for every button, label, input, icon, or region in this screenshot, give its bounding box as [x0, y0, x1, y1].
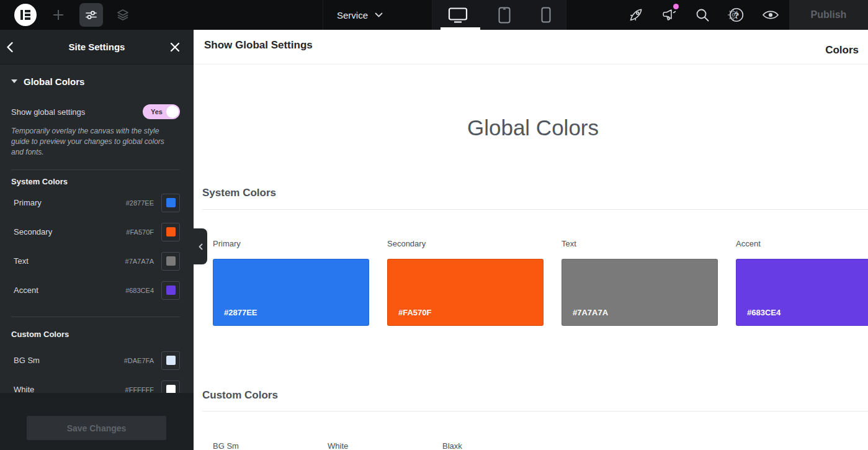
chevron-left-icon: [199, 243, 203, 250]
content-title: Show Global Settings: [204, 39, 313, 52]
system-colors-title: System Colors: [11, 177, 180, 188]
panel-body: Global Colors Show global settings Yes T…: [0, 65, 194, 393]
show-global-settings-toggle[interactable]: Yes: [143, 104, 180, 119]
search-icon[interactable]: [694, 7, 710, 23]
custom-color-card-labels: BG Sm White Blaxk: [213, 441, 557, 450]
notification-dot: [673, 4, 679, 9]
custom-colors-title: Custom Colors: [11, 330, 180, 341]
add-element-icon[interactable]: [51, 8, 66, 22]
card-swatch[interactable]: #683CE4: [736, 259, 868, 326]
top-bar: Service: [0, 0, 868, 30]
color-card-secondary: Secondary #FA570F: [387, 238, 544, 326]
svg-text:?: ?: [734, 11, 739, 20]
custom-colors-section-title: Custom Colors: [202, 389, 278, 402]
color-row-white-clipped: White #FFFFFF: [11, 375, 180, 393]
panel-header: Site Settings: [0, 30, 194, 65]
service-dropdown[interactable]: Service: [337, 0, 383, 30]
color-row-accent: Accent #683CE4: [11, 276, 180, 305]
help-icon[interactable]: ?: [728, 7, 745, 23]
service-label: Service: [337, 10, 368, 20]
color-label: Accent: [14, 286, 38, 295]
card-label: Primary: [213, 238, 369, 250]
collapse-panel-handle[interactable]: [194, 228, 207, 264]
color-swatch-button[interactable]: [161, 223, 180, 241]
color-card-accent: Accent #683CE4: [736, 238, 868, 326]
panel-footer: Save Changes: [0, 393, 194, 450]
close-icon[interactable]: [170, 38, 187, 56]
color-hex: #DAE7FA: [124, 357, 154, 364]
caret-down-icon: [11, 79, 17, 83]
color-swatch: [166, 227, 176, 236]
color-swatch-button[interactable]: [161, 380, 180, 394]
accordion-label: Global Colors: [24, 76, 84, 87]
publish-button[interactable]: Publish: [789, 0, 868, 30]
device-switcher: [432, 0, 566, 30]
card-label: BG Sm: [213, 441, 328, 450]
color-swatch-button[interactable]: [161, 281, 180, 300]
card-swatch[interactable]: #7A7A7A: [562, 259, 718, 326]
color-row-secondary: Secondary #FA570F: [11, 217, 180, 246]
preview-eye-icon[interactable]: [762, 7, 778, 23]
panel-title: Site Settings: [69, 42, 125, 52]
color-hex: #FA570F: [126, 228, 154, 236]
color-label: BG Sm: [14, 356, 40, 365]
color-swatch: [166, 385, 176, 393]
card-label: Accent: [736, 238, 868, 250]
toggle-label: Show global settings: [11, 107, 85, 117]
card-label: Blaxk: [442, 441, 557, 450]
desktop-icon[interactable]: [448, 7, 468, 23]
setting-description: Temporarily overlay the canvas with the …: [11, 126, 177, 158]
system-colors-section-title: System Colors: [202, 187, 276, 199]
topbar-left-tools: [0, 0, 323, 30]
topbar-right-tools: ?: [566, 0, 789, 30]
color-card-primary: Primary #2877EE: [213, 238, 369, 326]
color-swatch-button[interactable]: [161, 351, 180, 370]
divider: [11, 169, 180, 170]
color-label: Primary: [14, 198, 42, 207]
card-hex: #683CE4: [747, 308, 781, 317]
color-row-bg-sm: BG Sm #DAE7FA: [11, 346, 180, 375]
elementor-editor: Service: [0, 0, 868, 450]
global-colors-accordion[interactable]: Global Colors: [11, 73, 84, 90]
site-settings-panel: Site Settings Global Colors Show global …: [0, 30, 194, 450]
elementor-menu-button[interactable]: [14, 4, 37, 26]
back-button[interactable]: [6, 38, 22, 56]
color-hex: #FFFFFF: [125, 386, 154, 394]
chevron-down-icon: [375, 12, 383, 17]
section-divider: [202, 209, 868, 210]
color-label: White: [14, 385, 34, 393]
system-color-cards: Primary #2877EE Secondary #FA570F Text #…: [213, 238, 868, 326]
card-hex: #7A7A7A: [573, 308, 608, 317]
color-label: Secondary: [14, 227, 52, 236]
toggle-knob: [166, 106, 179, 118]
card-label: White: [328, 441, 442, 450]
settings-sliders-icon[interactable]: [79, 3, 103, 27]
save-changes-button[interactable]: Save Changes: [27, 416, 166, 440]
layers-icon[interactable]: [115, 7, 130, 22]
card-hex: #FA570F: [398, 308, 431, 317]
card-label: Text: [562, 238, 718, 250]
mobile-icon[interactable]: [541, 7, 551, 23]
color-hex: #7A7A7A: [125, 258, 154, 265]
card-swatch[interactable]: #2877EE: [213, 259, 369, 326]
divider: [11, 317, 180, 317]
color-swatch-button[interactable]: [161, 194, 180, 212]
rocket-icon[interactable]: [628, 7, 644, 23]
toggle-state-label: Yes: [151, 108, 163, 115]
tablet-icon[interactable]: [498, 7, 511, 24]
elementor-logo-icon: [14, 4, 37, 26]
color-swatch: [166, 286, 176, 295]
card-hex: #2877EE: [224, 308, 257, 317]
color-row-text: Text #7A7A7A: [11, 246, 180, 276]
section-divider: [202, 411, 868, 412]
active-device-indicator: [441, 27, 480, 30]
color-card-text: Text #7A7A7A: [562, 238, 718, 326]
colors-label: Colors: [825, 44, 859, 56]
page-title: Global Colors: [194, 115, 868, 140]
show-global-settings-row: Show global settings Yes: [11, 103, 180, 120]
preview-header: Show Global Settings Colors: [194, 30, 868, 65]
card-swatch[interactable]: #FA570F: [387, 259, 544, 326]
topbar-document-section: Service: [323, 0, 432, 30]
color-swatch-button[interactable]: [161, 252, 180, 271]
color-label: Text: [14, 256, 29, 266]
